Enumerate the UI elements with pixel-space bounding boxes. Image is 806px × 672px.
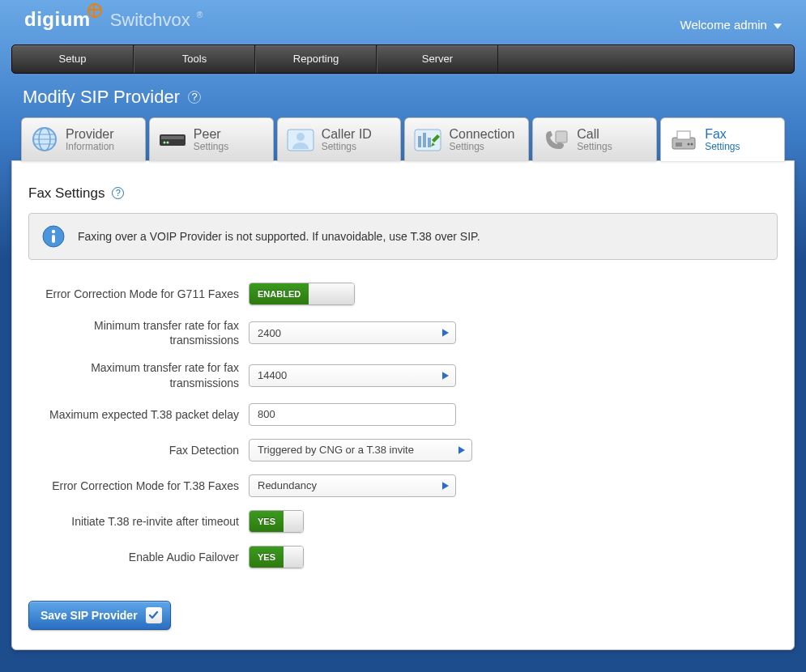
svg-point-9 [296,133,305,141]
svg-point-18 [688,142,690,145]
svg-point-19 [691,142,693,145]
tab-fax[interactable]: FaxSettings [660,117,785,161]
max-rate-select[interactable]: 14400 [249,364,456,387]
tab-connection[interactable]: ConnectionSettings [404,117,529,161]
failover-toggle[interactable]: YES [249,546,304,568]
svg-rect-16 [677,131,690,139]
save-button[interactable]: Save SIP Provider [28,601,171,630]
welcome-label: Welcome admin [680,18,767,32]
ecm-g711-toggle[interactable]: ENABLED [249,283,355,305]
tab-strip: ProviderInformation PeerSettings Caller … [21,117,785,161]
content-panel: Fax Settings ? Faxing over a VOIP Provid… [11,160,795,650]
info-text: Faxing over a VOIP Provider is not suppo… [78,230,480,243]
fax-detection-label: Fax Detection [28,443,249,457]
equalizer-icon [412,126,444,154]
check-icon [146,607,162,623]
tab-peer[interactable]: PeerSettings [149,117,274,161]
t38-delay-input[interactable]: 800 [249,403,456,426]
failover-label: Enable Audio Failover [28,550,249,564]
reinvite-toggle[interactable]: YES [249,510,304,533]
nav-setup[interactable]: Setup [12,45,134,73]
ecm-t38-select[interactable]: Redundancy [249,474,456,497]
welcome-user-dropdown[interactable]: Welcome admin [680,18,782,32]
svg-rect-14 [556,131,567,142]
tab-provider[interactable]: ProviderInformation [21,117,146,161]
svg-point-21 [52,230,55,233]
nav-reporting[interactable]: Reporting [255,45,377,73]
brand-logo: digium [24,8,102,31]
section-title: Fax Settings ? [28,185,778,202]
svg-rect-12 [423,133,426,147]
dropdown-arrow-icon [442,372,449,380]
page-title: Modify SIP Provider ? [0,74,806,117]
globe-icon [28,126,61,154]
dropdown-arrow-icon [442,482,449,490]
min-rate-select[interactable]: 2400 [249,321,456,344]
save-label: Save SIP Provider [41,609,138,622]
svg-rect-5 [161,136,184,139]
svg-rect-22 [52,235,55,243]
reinvite-label: Initiate T.38 re-invite after timeout [28,514,249,529]
svg-rect-13 [428,138,431,147]
svg-point-7 [166,141,168,143]
svg-rect-11 [418,136,421,147]
logo-icon [87,3,102,18]
svg-point-6 [163,141,165,143]
trademark: ® [197,11,203,19]
ecm-t38-label: Error Correction Mode for T.38 Faxes [28,478,249,493]
tab-caller-id[interactable]: Caller IDSettings [277,117,402,161]
min-rate-label: Minimum transfer rate for fax transmissi… [28,318,249,347]
nav-tools[interactable]: Tools [134,45,255,73]
t38-delay-label: Maximum expected T.38 packet delay [28,407,249,422]
main-nav: Setup Tools Reporting Server [11,45,795,74]
fax-detection-select[interactable]: Triggered by CNG or a T.38 invite [249,439,472,461]
phone-icon [539,126,572,154]
chevron-down-icon [774,23,782,29]
device-icon [156,126,189,154]
ecm-g711-label: Error Correction Mode for G711 Faxes [28,287,249,301]
nav-server[interactable]: Server [377,45,498,73]
help-icon[interactable]: ? [112,187,124,199]
dropdown-arrow-icon [458,446,465,454]
product-name: Switchvox [110,10,190,31]
help-icon[interactable]: ? [188,91,201,104]
svg-rect-17 [676,142,682,147]
fax-icon [667,126,700,154]
tab-call[interactable]: CallSettings [532,117,657,161]
max-rate-label: Maximum transfer rate for fax transmissi… [28,360,249,389]
person-icon [284,126,317,154]
dropdown-arrow-icon [442,329,449,337]
info-banner: Faxing over a VOIP Provider is not suppo… [28,213,778,260]
info-icon [42,225,65,248]
